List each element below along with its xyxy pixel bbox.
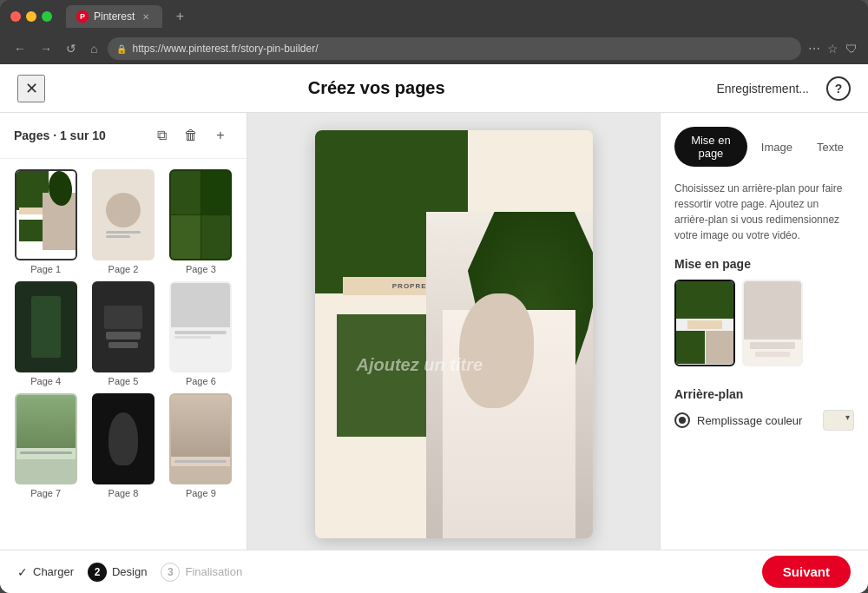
close-traffic-light[interactable] [10,11,21,22]
browser-titlebar: P Pinterest ✕ + [0,0,868,33]
page-label-8: Page 8 [108,488,139,498]
fill-radio-button[interactable] [674,412,690,428]
close-button[interactable]: ✕ [17,75,45,102]
page-thumb-4[interactable]: Page 4 [10,281,81,386]
step-3-number: 3 [161,563,180,582]
page-thumb-2[interactable]: Page 2 [88,169,158,274]
tab-mise-en-page[interactable]: Mise en page [674,127,747,167]
page-thumb-img-5 [92,281,155,372]
duplicate-page-button[interactable]: ⧉ [149,123,174,148]
layout-options [674,280,854,366]
new-tab-button[interactable]: + [169,6,190,27]
step-3: 3 Finalisation [161,563,242,582]
app-header: ✕ Créez vos pages Enregistrement... ? [0,64,868,113]
address-bar[interactable]: 🔒 https://www.pinterest.fr/story-pin-bui… [108,37,801,60]
canvas-background: PROPRE ET NET Ajoutez un titre [315,130,593,538]
header-right: Enregistrement... ? [707,76,851,101]
pages-grid: Page 1 Page 2 [0,159,247,509]
pinterest-favicon: P [76,10,89,23]
title-overlay[interactable]: Ajoutez un titre [357,355,483,375]
page-label-6: Page 6 [186,376,216,386]
page-thumb-5[interactable]: Page 5 [88,281,158,386]
page-thumb-7[interactable]: Page 7 [10,393,81,498]
app-content: ✕ Créez vos pages Enregistrement... ? Pa… [0,64,868,593]
layout-section-title: Mise en page [674,257,854,271]
page-thumb-9[interactable]: Page 9 [166,393,236,498]
shield-icon[interactable]: 🛡 [845,42,858,56]
browser-tab[interactable]: P Pinterest ✕ [66,5,162,28]
page-thumb-img-6 [169,281,232,372]
step-2-number: 2 [88,563,107,582]
extensions-icon[interactable]: ⋯ [808,42,820,56]
page-label-7: Page 7 [30,488,61,498]
steps: ✓ Charger 2 Design 3 Finalisation [17,563,242,582]
step-1-label: Charger [33,565,74,578]
page-thumb-img-8 [92,393,155,484]
page-thumb-6[interactable]: Page 6 [166,281,236,386]
page-thumb-img-3 [169,169,232,260]
bookmark-icon[interactable]: ☆ [827,42,838,56]
color-swatch[interactable] [823,410,854,431]
page-thumb-img-7 [15,393,77,484]
minimize-traffic-light[interactable] [26,11,36,22]
back-button[interactable]: ← [10,40,30,57]
canvas-wrapper: PROPRE ET NET Ajoutez un titre [298,113,610,550]
layout-option-1[interactable] [674,280,735,366]
step-3-label: Finalisation [185,565,242,578]
tab-title: Pinterest [94,10,135,23]
browser-addressbar: ← → ↺ ⌂ 🔒 https://www.pinterest.fr/story… [0,33,868,64]
page-label-4: Page 4 [30,376,61,386]
right-panel: Mise en page Image Texte Choisissez un a… [660,113,868,550]
browser-actions: ⋯ ☆ 🛡 [808,42,858,56]
step-2-label: Design [112,565,147,578]
suivant-button[interactable]: Suivant [762,556,851,588]
page-thumb-3[interactable]: Page 3 [166,169,236,274]
step-2: 2 Design [88,563,147,582]
page-thumb-img-1 [15,169,77,260]
fill-label: Remplissage couleur [697,414,816,427]
page-thumb-1[interactable]: Page 1 [10,169,81,274]
forward-button[interactable]: → [36,40,56,57]
bottom-bar: ✓ Charger 2 Design 3 Finalisation Suivan… [0,550,868,593]
panel-tabs: Mise en page Image Texte [674,127,854,167]
person-silhouette [426,212,593,538]
layout-option-2[interactable] [742,280,803,366]
tab-texte[interactable]: Texte [806,127,854,167]
home-button[interactable]: ⌂ [87,40,101,57]
page-thumb-img-4 [15,281,77,372]
page-thumb-img-2 [92,169,155,260]
traffic-lights [10,11,52,22]
page-label-2: Page 2 [108,264,139,274]
fill-option: Remplissage couleur [674,410,854,431]
url-text: https://www.pinterest.fr/story-pin-build… [132,43,318,55]
page-label-3: Page 3 [186,264,216,274]
fill-radio-inner [679,417,686,424]
canvas-area: PROPRE ET NET Ajoutez un titre [247,113,660,550]
step-1-check-icon: ✓ [17,565,28,579]
fullscreen-traffic-light[interactable] [42,11,52,22]
step-1: ✓ Charger [17,565,74,579]
reload-button[interactable]: ↺ [62,40,80,57]
page-title: Créez vos pages [308,78,445,98]
app-main: Pages · 1 sur 10 ⧉ 🗑 + [0,113,868,550]
tab-image[interactable]: Image [751,127,803,167]
save-button[interactable]: Enregistrement... [707,76,818,101]
sidebar-actions: ⧉ 🗑 + [149,123,233,148]
help-button[interactable]: ? [826,76,851,101]
sidebar-header: Pages · 1 sur 10 ⧉ 🗑 + [0,113,247,159]
background-section-title: Arrière-plan [674,387,854,401]
page-label-5: Page 5 [108,376,139,386]
panel-description: Choisissez un arrière-plan pour faire re… [674,181,854,243]
sidebar-title: Pages · 1 sur 10 [14,128,142,142]
background-section: Arrière-plan Remplissage couleur [674,387,854,438]
page-thumb-img-9 [169,393,232,484]
delete-page-button[interactable]: 🗑 [179,123,203,148]
add-page-button[interactable]: + [208,123,233,148]
browser-window: P Pinterest ✕ + ← → ↺ ⌂ 🔒 https://www.pi… [0,0,868,593]
page-label-9: Page 9 [186,488,216,498]
page-label-1: Page 1 [30,264,61,274]
tab-close-button[interactable]: ✕ [140,10,152,23]
page-thumb-8[interactable]: Page 8 [88,393,158,498]
canvas-frame[interactable]: PROPRE ET NET Ajoutez un titre [315,130,593,538]
lock-icon: 🔒 [116,44,127,54]
